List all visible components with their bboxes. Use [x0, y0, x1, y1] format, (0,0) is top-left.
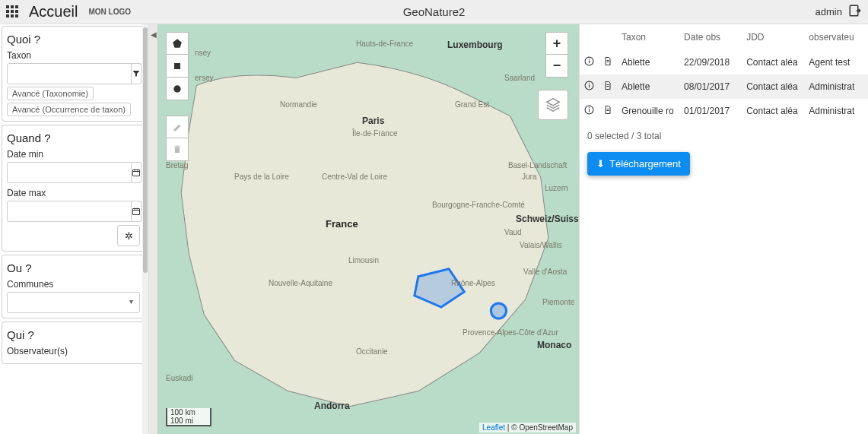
scale-control: 100 km 100 mi [166, 408, 211, 426]
date-min-input[interactable] [7, 162, 132, 183]
sidebar-scrollbar[interactable] [142, 24, 148, 434]
observateurs-label: Observateur(s) [7, 346, 140, 356]
trash-icon[interactable] [166, 138, 189, 161]
draw-polygon-icon[interactable] [166, 32, 189, 55]
cell-obs: Administrat [804, 99, 868, 123]
cell-obs: Agent test [804, 50, 868, 74]
svg-rect-19 [589, 83, 590, 84]
draw-circle-icon[interactable] [166, 78, 189, 100]
home-link[interactable]: Accueil [29, 3, 78, 21]
download-icon: ⬇ [596, 158, 605, 169]
panel-ou: Ou ? Communes [2, 255, 145, 318]
map-canvas [158, 24, 579, 434]
info-icon[interactable] [580, 99, 599, 123]
svg-rect-1 [133, 170, 140, 176]
map-attribution: Leaflet | © OpenStreetMap [479, 423, 576, 432]
chip-taxonomie[interactable]: Avancé (Taxonomie) [7, 87, 94, 100]
cell-jdd: Contact aléa [742, 50, 804, 74]
leaflet-link[interactable]: Leaflet [482, 423, 505, 432]
th-jdd[interactable]: JDD [742, 24, 804, 50]
app-title: GeoNature2 [403, 5, 466, 18]
info-icon[interactable] [580, 50, 599, 74]
panel-qui: Qui ? Observateur(s) [2, 322, 145, 364]
calendar-icon[interactable] [132, 162, 141, 183]
scale-mi: 100 mi [166, 417, 211, 426]
logo-text: MON LOGO [88, 8, 131, 16]
taxon-label: Taxon [7, 50, 140, 61]
document-icon[interactable] [599, 99, 617, 123]
communes-label: Communes [7, 279, 140, 290]
panel-quoi: Quoi ? Taxon Avancé (Taxonomie) Avancé (… [2, 26, 145, 122]
panel-title: Quoi ? [7, 33, 140, 46]
osm-link[interactable]: OpenStreetMap [519, 423, 573, 432]
table-row[interactable]: Grenouille ro 01/01/2017 Contact aléa Ad… [580, 99, 868, 123]
svg-rect-18 [589, 84, 590, 87]
apps-icon[interactable] [6, 5, 20, 19]
calendar-icon[interactable] [132, 201, 141, 222]
selection-status: 0 selected / 3 total [580, 123, 868, 149]
logout-icon[interactable] [848, 4, 862, 20]
document-icon[interactable] [599, 74, 617, 99]
gear-icon[interactable]: ✲ [117, 225, 140, 246]
svg-point-11 [173, 85, 180, 92]
draw-toolbar [166, 32, 189, 100]
point-feature[interactable] [491, 303, 506, 318]
layers-icon[interactable] [538, 90, 568, 120]
date-min-label: Date min [7, 149, 140, 160]
panel-title: Ou ? [7, 261, 140, 274]
panel-quand: Quand ? Date min Date max ✲ [2, 125, 145, 252]
svg-rect-24 [589, 107, 590, 108]
cell-date: 08/01/2017 [679, 74, 742, 99]
chip-occurrence[interactable]: Avancé (Occurrence de taxon) [7, 103, 131, 116]
results-pane: Taxon Date obs JDD observateu Ablette 22… [579, 24, 868, 434]
table-row[interactable]: Ablette 08/01/2017 Contact aléa Administ… [580, 74, 868, 99]
cell-obs: Administrat [804, 74, 868, 99]
edit-toolbar [166, 116, 189, 161]
svg-rect-14 [589, 59, 590, 59]
taxon-input[interactable] [7, 63, 132, 84]
download-button[interactable]: ⬇Téléchargement [587, 152, 690, 176]
communes-select[interactable] [7, 292, 140, 313]
table-row[interactable]: Ablette 22/09/2018 Contact aléa Agent te… [580, 50, 868, 74]
cell-taxon: Ablette [617, 74, 679, 99]
cell-date: 01/01/2017 [679, 99, 742, 123]
zoom-out-button[interactable]: − [545, 55, 568, 78]
filter-sidebar: Quoi ? Taxon Avancé (Taxonomie) Avancé (… [0, 24, 149, 434]
filter-icon[interactable] [132, 63, 141, 84]
cell-taxon: Grenouille ro [617, 99, 679, 123]
results-table: Taxon Date obs JDD observateu Ablette 22… [580, 24, 868, 123]
svg-rect-5 [133, 209, 140, 215]
info-icon[interactable] [580, 74, 599, 99]
cell-jdd: Contact aléa [742, 99, 804, 123]
topbar: Accueil MON LOGO GeoNature2 admin [0, 0, 868, 24]
cell-jdd: Contact aléa [742, 74, 804, 99]
edit-icon[interactable] [166, 116, 189, 138]
date-max-label: Date max [7, 188, 140, 198]
date-max-input[interactable] [7, 201, 132, 222]
th-obs[interactable]: observateu [804, 24, 868, 50]
document-icon[interactable] [599, 50, 617, 74]
scale-km: 100 km [166, 408, 211, 417]
th-taxon[interactable]: Taxon [617, 24, 679, 50]
draw-rectangle-icon[interactable] [166, 55, 189, 78]
sidebar-collapse-handle[interactable]: ◀ [149, 24, 158, 434]
svg-rect-10 [174, 63, 180, 69]
zoom-control: + − [545, 32, 568, 78]
user-name: admin [816, 6, 842, 17]
svg-rect-23 [589, 109, 590, 112]
panel-title: Qui ? [7, 328, 140, 341]
th-date[interactable]: Date obs [679, 24, 742, 50]
panel-title: Quand ? [7, 131, 140, 144]
cell-taxon: Ablette [617, 50, 679, 74]
zoom-in-button[interactable]: + [545, 32, 568, 55]
cell-date: 22/09/2018 [679, 50, 742, 74]
map[interactable]: France Paris Luxembourg Andorra Monaco S… [158, 24, 579, 434]
svg-rect-13 [589, 60, 590, 63]
